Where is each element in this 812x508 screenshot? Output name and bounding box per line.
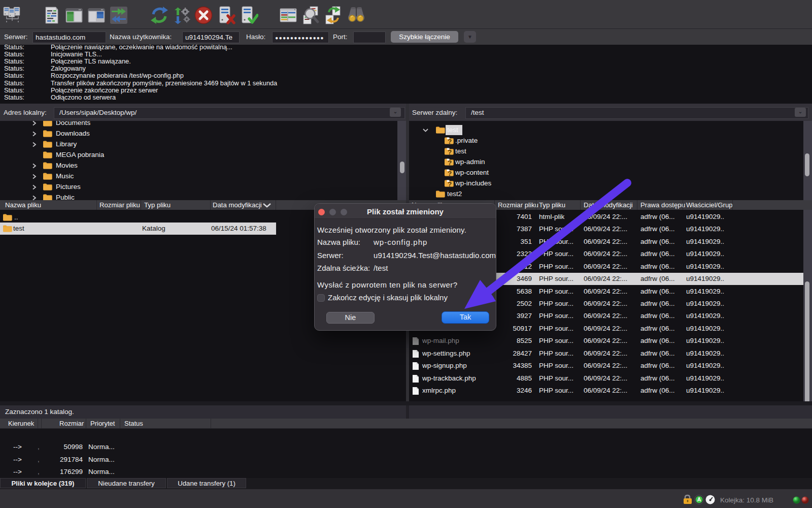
svg-text:A: A xyxy=(697,496,701,502)
svg-text:?: ? xyxy=(448,137,452,144)
svg-text:?: ? xyxy=(448,158,452,166)
svg-text:?: ? xyxy=(448,169,452,176)
svg-text:?: ? xyxy=(448,180,452,187)
svg-text:?: ? xyxy=(448,148,452,155)
